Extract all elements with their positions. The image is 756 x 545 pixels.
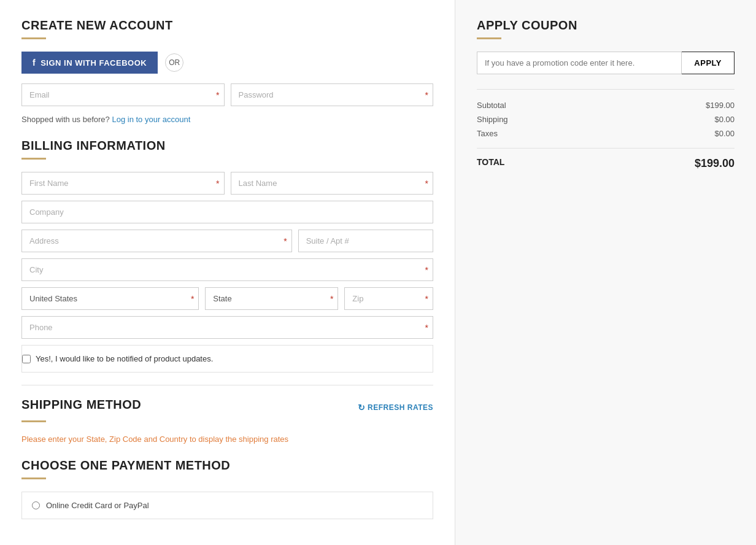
last-name-input[interactable] [231,172,434,195]
name-row: * * [21,172,433,195]
taxes-label: Taxes [477,129,498,138]
payment-option-credit-card[interactable]: Online Credit Card or PayPal [21,492,433,519]
address-wrapper: * [21,230,292,252]
country-state-zip-row: United States Canada Mexico United Kingd… [21,287,433,310]
password-input[interactable] [231,83,434,106]
refresh-icon: ↻ [358,403,366,412]
country-wrapper: United States Canada Mexico United Kingd… [21,287,199,310]
total-label: TOTAL [477,157,504,170]
fb-button-label: SIGN IN WITH FACEBOOK [40,58,147,68]
or-badge: OR [165,53,183,72]
phone-wrapper: * [21,316,433,339]
zip-wrapper: * [344,287,433,310]
notify-label[interactable]: Yes!, I would like to be notified of pro… [36,354,213,363]
shipping-row: Shipping $0.00 [477,115,735,124]
total-value: $199.00 [695,157,735,170]
coupon-row: APPLY [477,52,735,74]
country-select[interactable]: United States Canada Mexico United Kingd… [21,287,199,310]
subtotal-label: Subtotal [477,101,506,110]
refresh-rates-button[interactable]: ↻ REFRESH RATES [358,403,433,412]
state-select[interactable]: State [205,287,338,310]
email-password-row: * * [21,83,433,106]
login-link[interactable]: Log in to your account [112,115,190,124]
subtotal-row: Subtotal $199.00 [477,101,735,110]
refresh-label: REFRESH RATES [368,403,433,412]
phone-input[interactable] [21,316,433,339]
city-input[interactable] [21,258,433,281]
suite-input[interactable] [298,230,433,252]
shipping-section: SHIPPING METHOD ↻ REFRESH RATES Please e… [21,398,433,444]
shopped-row: Shopped with us before? Log in to your a… [21,115,433,124]
city-row: * [21,258,433,281]
shipping-header: SHIPPING METHOD ↻ REFRESH RATES [21,398,433,417]
credit-card-radio[interactable] [32,501,40,509]
apply-coupon-button[interactable]: APPLY [682,52,735,74]
section-divider-shipping [21,385,433,385]
shopped-text: Shopped with us before? [21,115,110,124]
total-row: TOTAL $199.00 [477,148,735,170]
zip-input[interactable] [344,287,433,310]
coupon-input[interactable] [477,52,682,74]
taxes-row: Taxes $0.00 [477,129,735,138]
title-underline [21,37,46,39]
coupon-underline [477,37,501,39]
facebook-icon: f [33,58,36,68]
payment-section: CHOOSE ONE PAYMENT METHOD Online Credit … [21,458,433,519]
first-name-input[interactable] [21,172,225,195]
payment-underline [21,477,46,479]
company-input[interactable] [21,201,433,223]
email-input[interactable] [21,83,225,106]
shipping-label: Shipping [477,115,508,124]
phone-row: * [21,316,433,339]
create-account-section: CREATE NEW ACCOUNT f SIGN IN WITH FACEBO… [21,18,433,124]
notify-checkbox[interactable] [22,355,31,363]
password-field-wrapper: * [231,83,434,106]
billing-title: BILLING INFORMATION [21,139,433,153]
company-wrapper [21,201,433,223]
address-input[interactable] [21,230,292,252]
city-wrapper: * [21,258,433,281]
payment-title: CHOOSE ONE PAYMENT METHOD [21,458,433,473]
coupon-title: APPLY COUPON [477,18,735,33]
last-name-wrapper: * [231,172,434,195]
create-account-title: CREATE NEW ACCOUNT [21,18,433,33]
shipping-value: $0.00 [714,115,735,124]
facebook-signin-button[interactable]: f SIGN IN WITH FACEBOOK [21,52,158,74]
address-row: * [21,230,433,252]
billing-underline [21,158,46,160]
state-wrapper: State * [205,287,338,310]
email-field-wrapper: * [21,83,225,106]
taxes-value: $0.00 [714,129,735,138]
notify-checkbox-row: Yes!, I would like to be notified of pro… [22,347,433,371]
coupon-section: APPLY COUPON APPLY [477,18,735,74]
first-name-wrapper: * [21,172,225,195]
company-row [21,201,433,223]
subtotal-value: $199.00 [706,101,735,110]
order-summary: Subtotal $199.00 Shipping $0.00 Taxes $0… [477,89,735,170]
suite-wrapper [298,230,433,252]
shipping-title: SHIPPING METHOD [21,398,141,412]
shipping-underline [21,420,46,422]
billing-section: BILLING INFORMATION * * [21,139,433,373]
shipping-hint: Please enter your State, Zip Code and Co… [21,435,433,444]
payment-option-label[interactable]: Online Credit Card or PayPal [46,501,149,510]
